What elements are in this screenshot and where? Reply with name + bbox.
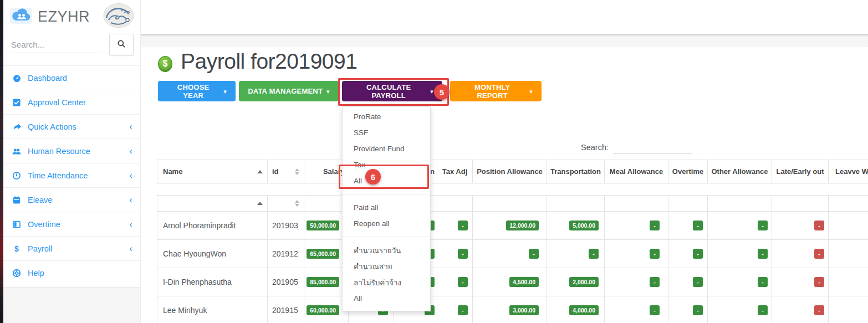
dropdown-item-provident-fund[interactable]: Provident Fund [343, 141, 430, 157]
top-navbar [140, 0, 868, 34]
amount-badge-green: - [458, 249, 468, 259]
table-cell [829, 268, 868, 296]
amount-badge-green: - [693, 249, 703, 259]
table-cell: - [605, 296, 668, 323]
table-cell: - [605, 268, 668, 296]
sidebar-item-approval-center[interactable]: Approval Center [3, 90, 140, 114]
table-cell: 201912 [268, 240, 304, 268]
column-header-label: Position Allowance [477, 167, 543, 176]
human-resource-icon [12, 147, 22, 156]
column-header-tax-adj[interactable]: Tax Adj [437, 160, 473, 183]
table-cell: I-Din Phenphasutha [157, 268, 268, 296]
dropdown-item-item-2-2[interactable]: ลาไม่รับค่าจ้าง [343, 274, 430, 290]
sidebar-item-help[interactable]: Help [3, 260, 140, 285]
amount-badge-green: - [650, 305, 660, 316]
amount-badge-green: - [693, 221, 703, 231]
table-cell: - [708, 212, 772, 240]
amount-badge-green: 85,000.00 [307, 277, 339, 288]
table-cell: - [437, 212, 473, 240]
filter-cell [157, 196, 268, 212]
column-header-label: Late/Early out [777, 167, 824, 176]
column-header-late-early-out[interactable]: Late/Early out [772, 160, 829, 183]
amount-badge-green: 4,000.00 [569, 305, 599, 316]
button-label: DATA MANAGEMENT [248, 87, 323, 95]
table-cell: - [668, 296, 708, 323]
sidebar-item-label: Human Resource [28, 147, 90, 156]
table-row: Lee Minhyuk20191560,000.00---3,000.004,0… [157, 296, 868, 323]
amount-badge-green: - [758, 305, 768, 316]
table-cell: 4,500.00 [473, 268, 547, 296]
quick-actions-icon [12, 122, 22, 131]
chevron-left-icon: ‹ [129, 121, 132, 131]
dollar-coin-icon: $ [158, 56, 172, 72]
column-header-overtime[interactable]: Overtime [668, 160, 708, 183]
sidebar-item-payroll[interactable]: $Payroll‹ [3, 236, 140, 260]
column-header-position-allowance[interactable]: Position Allowance [473, 160, 547, 183]
table-cell: - [668, 212, 708, 240]
calculate-payroll-dropdown-menu: ProRateSSFProvident FundTaxAllPaid allRe… [342, 106, 431, 311]
column-header-id[interactable]: id [268, 160, 304, 183]
table-row: I-Din Phenphasutha20190585,000.00---4,50… [157, 268, 868, 296]
dropdown-item-item-2-0[interactable]: คำนวณรายวัน [343, 242, 430, 258]
sidebar-item-eleave[interactable]: Eleave‹ [3, 187, 140, 212]
column-header-meal-allowance[interactable]: Meal Allowance [605, 160, 668, 183]
choose-year-button[interactable]: CHOOSE YEAR▾ [158, 81, 236, 101]
table-search-input[interactable] [613, 140, 692, 153]
sidebar-item-overtime[interactable]: Overtime‹ [3, 212, 140, 236]
column-header-label: Meal Allowance [610, 167, 663, 176]
time-attendance-icon [12, 171, 22, 180]
sidebar-item-human-resource[interactable]: Human Resource‹ [3, 139, 140, 163]
main-panel: $ Payroll for2019091 CHOOSE YEAR▾DATA MA… [140, 47, 868, 323]
table-cell: - [547, 240, 605, 268]
dropdown-item-all[interactable]: All [343, 290, 430, 306]
content-top-strip [140, 34, 868, 48]
payroll-table: NameidSalaryDeductionTax AdjPosition All… [157, 160, 868, 323]
sidebar-item-label: Dashboard [28, 74, 67, 83]
help-icon [12, 269, 22, 278]
monthly-report-button[interactable]: MONTHLY REPORT▾ [450, 81, 542, 101]
ezyhr-cloud-logo-icon [10, 7, 33, 27]
payroll-table-body: Arnol Phoraminpradit20190350,000.00---12… [157, 195, 868, 323]
column-header-label: Other Allowance [711, 167, 768, 176]
table-cell: - [772, 296, 829, 323]
sidebar-item-label: Approval Center [28, 98, 86, 107]
dashboard-icon [12, 74, 22, 83]
approval-center-icon [12, 98, 22, 107]
caret-down-icon: ▾ [326, 89, 330, 95]
sidebar-search-button[interactable] [109, 34, 134, 55]
table-cell: 201905 [268, 268, 304, 296]
sidebar-item-quick-actions[interactable]: Quick Actions‹ [3, 114, 140, 139]
table-search-label: Search: [581, 143, 609, 153]
dropdown-item-prorate[interactable]: ProRate [343, 109, 430, 125]
amount-badge-green: - [458, 277, 468, 288]
eleave-icon [12, 196, 22, 204]
column-header-other-allowance[interactable]: Other Allowance [708, 160, 772, 183]
sort-ascending-icon [257, 202, 263, 205]
table-cell: 4,000.00 [547, 296, 605, 323]
column-header-transportation[interactable]: Transportation [547, 160, 605, 183]
page-title-row: $ Payroll for2019091 [158, 49, 357, 74]
column-header-name[interactable]: Name [157, 160, 268, 183]
dropdown-item-reopen-all[interactable]: Reopen all [343, 216, 430, 232]
chevron-left-icon: ‹ [129, 243, 132, 253]
column-header-label: Leavve Wit [835, 167, 868, 176]
column-header-leavve-wit[interactable]: Leavve Wit [829, 160, 868, 183]
sidebar-search-input[interactable] [10, 37, 101, 53]
dropdown-item-paid-all[interactable]: Paid all [343, 199, 430, 216]
company-stamp-logo [103, 3, 135, 31]
annotation-box-calculate-payroll [338, 78, 449, 106]
dropdown-item-item-2-1[interactable]: คำนวณสาย [343, 258, 430, 274]
table-cell: Chae HyoungWon [157, 240, 268, 268]
sidebar-item-dashboard[interactable]: Dashboard [3, 65, 140, 90]
table-cell: - [605, 240, 668, 268]
sidebar-item-time-attendance[interactable]: Time Attendance‹ [3, 163, 140, 187]
table-cell: - [772, 240, 829, 268]
annotation-step-6-badge: 6 [365, 169, 381, 184]
sort-both-icon [295, 168, 299, 175]
table-row: Arnol Phoraminpradit20190350,000.00---12… [157, 212, 868, 240]
filter-cell [473, 196, 547, 212]
sidebar-footer [3, 287, 140, 323]
page-title: Payroll for2019091 [181, 49, 357, 74]
dropdown-item-ssf[interactable]: SSF [343, 125, 430, 141]
data-management-button[interactable]: DATA MANAGEMENT▾ [239, 81, 339, 101]
